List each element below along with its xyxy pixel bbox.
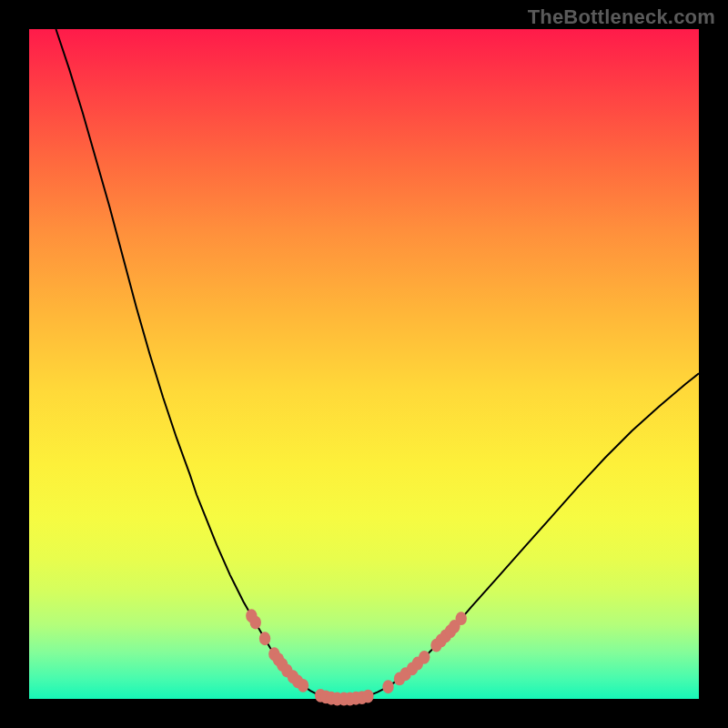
- watermark-text: TheBottleneck.com: [528, 5, 715, 29]
- curve-marker: [298, 679, 308, 693]
- curve-marker: [456, 612, 467, 625]
- curve-markers: [246, 609, 467, 705]
- curve-marker: [362, 690, 373, 703]
- curve-marker: [250, 616, 261, 630]
- chart-svg: [29, 29, 699, 699]
- curve-marker: [382, 680, 393, 693]
- curve-marker: [419, 651, 430, 664]
- chart-plot-area: [29, 29, 699, 699]
- curve-marker: [259, 632, 270, 645]
- bottleneck-curve: [56, 29, 699, 699]
